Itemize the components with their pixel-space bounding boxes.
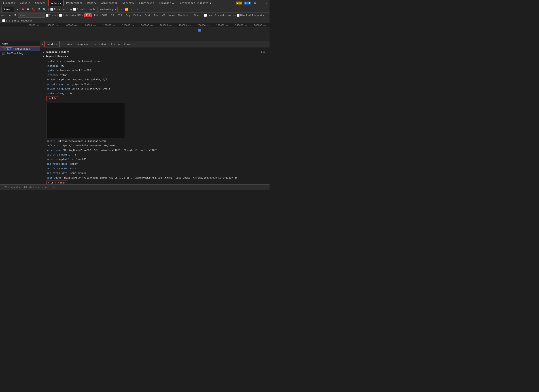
filter-search-icon[interactable]: ⧩ <box>13 13 17 17</box>
tab-performance-insights[interactable]: Performance insights ▲ <box>177 0 214 6</box>
preserve-log-input[interactable] <box>50 8 53 11</box>
header-sec-fetch-site: sec-fetch-site: same-origin <box>43 171 267 176</box>
headers-content: ▶ Response Headers (16) ▼ Request Header… <box>40 48 270 184</box>
throttle-expand-icon[interactable]: ▾ <box>119 7 123 11</box>
more-icon[interactable]: ⋮ <box>259 1 263 5</box>
timeline: 20000 ms 40000 ms 60000 ms 80000 ms 1000… <box>0 23 270 41</box>
header-accept-encoding: accept-encoding: gzip, deflate, br <box>43 82 267 87</box>
tick-1: 20000 ms <box>25 24 43 27</box>
header-content-length: content-length: 0 <box>43 91 267 96</box>
tab-lighthouse[interactable]: Lighthouse <box>137 0 156 6</box>
hide-data-checkbox[interactable]: Hide data URLs <box>59 14 83 17</box>
wifi-icon[interactable]: 📶 <box>124 7 128 11</box>
third-party-label[interactable]: 3rd-party requests <box>2 19 33 22</box>
req-checkbox-2[interactable] <box>2 52 5 55</box>
refresh-icon[interactable]: ↻ <box>8 13 12 17</box>
throttle-select[interactable]: No throttling <box>97 7 118 12</box>
preserve-log-checkbox[interactable]: Preserve log <box>50 8 72 11</box>
header-sec-ch-ua: sec-ch-ua: "Not?A_Brand";v="8", "Chromiu… <box>43 148 267 153</box>
filter-btn-manifest[interactable]: Manifest <box>177 14 191 17</box>
network-toolbar: Search ✕ ⏺ ⏹ 🚫 ⧩ 🔍 Preserve log Disable … <box>0 6 270 13</box>
filter-btn-other[interactable]: Other <box>192 14 202 17</box>
warning-badge[interactable]: ▲ 9 <box>236 2 242 5</box>
transferred-size: 604 kB transferred <box>23 186 49 189</box>
panel-tab-response[interactable]: Response <box>74 41 91 48</box>
search-tab[interactable]: Search <box>1 7 14 12</box>
header-sec-ch-ua-platform: sec-ch-ua-platform: "macOS" <box>43 157 267 162</box>
panel-tab-timing[interactable]: Timing <box>109 41 122 48</box>
request-headers-label: Request Headers <box>46 55 68 58</box>
tab-sources[interactable]: Sources <box>33 0 48 6</box>
tick-9: 180000 ms <box>175 24 194 27</box>
third-party-checkbox[interactable] <box>2 19 5 22</box>
filter-btn-ws[interactable]: WS <box>161 14 166 17</box>
tab-elements[interactable]: Elements <box>1 0 17 6</box>
filter-btn-fetchxhr[interactable]: Fetch/XHR <box>93 14 109 17</box>
filter-btn-wasm[interactable]: Wasm <box>167 14 176 17</box>
panel-tab-headers[interactable]: Headers <box>44 41 59 48</box>
filter-row: Aa • ↻ ⧩ Invert Hide data URLs All Fetch… <box>0 13 270 18</box>
header-accept: accept: application/json, text/plain, */… <box>43 77 267 82</box>
blocked-requests-checkbox[interactable]: Blocked Requests <box>237 14 264 17</box>
tab-memory[interactable]: Memory <box>85 0 99 6</box>
header-sec-ch-ua-mobile: sec-ch-ua-mobile: ?0 <box>43 153 267 157</box>
filter-btn-font[interactable]: Font <box>143 14 152 17</box>
settings-icon[interactable]: ⚙ <box>253 1 257 5</box>
req-name-1: employeeID <box>15 48 30 50</box>
request-headers-section[interactable]: ▼ Request Headers <box>43 55 267 58</box>
filter-btn-doc[interactable]: Doc <box>153 14 160 17</box>
filter-input[interactable] <box>18 13 45 18</box>
request-item-employee-id[interactable]: ✓ 123 = employeeID <box>0 47 40 51</box>
invert-checkbox[interactable]: Invert <box>46 14 58 17</box>
req-checkbox-1[interactable]: ✓ <box>2 48 5 50</box>
panel-close-btn[interactable]: ✕ <box>42 43 43 46</box>
disable-cache-input[interactable] <box>73 8 76 11</box>
filter-btn-js[interactable]: JS <box>110 14 115 17</box>
timeline-body[interactable] <box>0 28 270 41</box>
panel-tab-initiator[interactable]: Initiator <box>91 41 109 48</box>
tick-6: 120000 ms <box>119 24 138 27</box>
tick-13: 260000 ms <box>251 24 270 27</box>
tick-4: 80000 ms <box>81 24 100 27</box>
close-search-icon[interactable]: ✕ <box>16 7 20 11</box>
status-bar: 139 requests 604 kB transferred 36 <box>0 184 270 190</box>
blocked-cookies-checkbox[interactable]: Has blocked cookies <box>204 14 236 17</box>
filter-btn-css[interactable]: CSS <box>116 14 123 17</box>
request-list-header: Name <box>0 41 40 47</box>
req-name-2: timeTracking <box>5 52 23 55</box>
tab-application[interactable]: Application <box>99 0 120 6</box>
aa-icon: Aa <box>1 14 4 17</box>
search-icon[interactable]: 🔍 <box>43 7 47 11</box>
disable-cache-checkbox[interactable]: Disable cache <box>73 8 96 11</box>
extra-info: 36 <box>52 186 55 189</box>
filter-btn-all[interactable]: All <box>84 13 92 17</box>
tab-recorder[interactable]: Recorder ▲ <box>157 0 176 6</box>
clear-icon[interactable]: 🚫 <box>32 7 36 11</box>
tab-security[interactable]: Security <box>120 0 137 6</box>
panel-tab-preview[interactable]: Preview <box>60 41 74 48</box>
header-cookie: cookie: <box>43 96 267 101</box>
panel-tab-cookies[interactable]: Cookies <box>122 41 137 48</box>
header-sec-fetch-dest: sec-fetch-dest: empty <box>43 162 267 166</box>
export-icon[interactable]: ⬇ <box>135 7 139 11</box>
request-item-timetracking[interactable]: timeTracking <box>0 51 40 55</box>
tab-performance[interactable]: Performance <box>64 0 85 6</box>
stop-icon[interactable]: ⏹ <box>26 7 30 11</box>
response-headers-section[interactable]: ▶ Response Headers (16) <box>43 51 267 53</box>
import-icon[interactable]: ⬆ <box>130 7 134 11</box>
info-badge[interactable]: 🛈 1 <box>244 2 251 5</box>
tick-3: 60000 ms <box>62 24 81 27</box>
close-icon[interactable]: ✕ <box>265 1 269 5</box>
dot-icon: • <box>5 14 7 17</box>
filter-btn-img[interactable]: Img <box>124 14 131 17</box>
header-origin: origin: https://crowdmobile.bamboohr.com <box>43 139 267 144</box>
tab-console[interactable]: Console <box>18 0 32 6</box>
response-headers-count: (16) <box>261 51 267 53</box>
header-csrf: x-csrf-token: <box>43 180 267 184</box>
filter-icon[interactable]: ⧩ <box>37 7 41 11</box>
filter-btn-media[interactable]: Media <box>132 14 142 17</box>
response-headers-label: Response Headers <box>46 51 69 53</box>
record-icon[interactable]: ⏺ <box>21 7 25 11</box>
panel-tabs: ✕ Headers Preview Response Initiator Tim… <box>40 41 270 48</box>
tab-network[interactable]: Network <box>48 0 63 6</box>
